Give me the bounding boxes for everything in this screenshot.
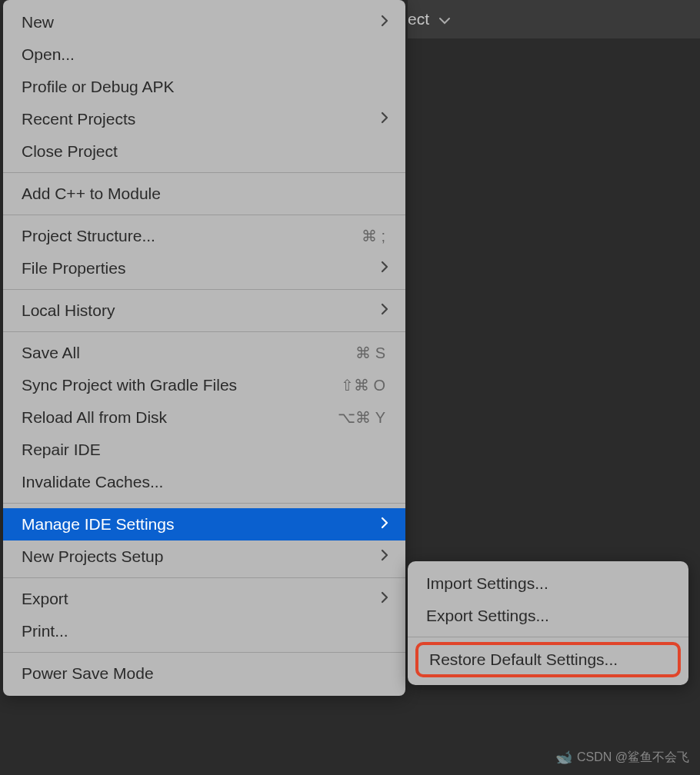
menu-item-local-history[interactable]: Local History <box>3 294 405 327</box>
menu-item-file-properties[interactable]: File Properties <box>3 252 405 284</box>
menu-separator <box>3 172 405 173</box>
menu-item-label: Export <box>22 590 378 608</box>
watermark-text: CSDN @鲨鱼不会飞 <box>577 750 689 766</box>
chevron-right-icon <box>378 15 388 31</box>
menu-item-sync-project-with-gradle-files[interactable]: Sync Project with Gradle Files⇧⌘ O <box>3 369 405 401</box>
menu-item-new-projects-setup[interactable]: New Projects Setup <box>3 541 405 573</box>
file-menu[interactable]: NewOpen...Profile or Debug APKRecent Pro… <box>3 0 405 696</box>
menu-item-recent-projects[interactable]: Recent Projects <box>3 103 405 135</box>
menu-separator <box>3 652 405 653</box>
menu-item-label: Recent Projects <box>22 110 378 128</box>
chevron-right-icon <box>378 303 388 319</box>
menu-item-label: Print... <box>22 622 388 640</box>
background-text: ect <box>408 10 429 28</box>
menu-item-label: Profile or Debug APK <box>22 78 388 96</box>
menu-item-export[interactable]: Export <box>3 583 405 615</box>
submenu-item-label: Import Settings... <box>426 574 548 592</box>
menu-item-label: File Properties <box>22 259 378 278</box>
menu-item-reload-all-from-disk[interactable]: Reload All from Disk⌥⌘ Y <box>3 401 405 434</box>
menu-item-label: Repair IDE <box>22 441 388 459</box>
menu-item-repair-ide[interactable]: Repair IDE <box>3 434 405 466</box>
submenu-item-label: Export Settings... <box>426 607 549 624</box>
submenu-item-export-settings[interactable]: Export Settings... <box>408 600 688 632</box>
menu-item-label: Sync Project with Gradle Files <box>22 376 341 394</box>
menu-separator <box>3 215 405 215</box>
menu-item-manage-ide-settings[interactable]: Manage IDE Settings <box>3 508 405 541</box>
menu-item-add-c-to-module[interactable]: Add C++ to Module <box>3 178 405 210</box>
menu-item-label: Project Structure... <box>22 227 362 245</box>
menu-item-label: New <box>22 13 378 32</box>
watermark: 🐋 CSDN @鲨鱼不会飞 <box>555 749 689 766</box>
whale-icon: 🐋 <box>555 749 572 766</box>
submenu-separator <box>408 637 688 637</box>
menu-item-print[interactable]: Print... <box>3 615 405 647</box>
menu-item-new[interactable]: New <box>3 6 405 38</box>
menu-item-label: Save All <box>22 344 355 362</box>
menu-item-save-all[interactable]: Save All⌘ S <box>3 337 405 369</box>
menu-item-label: Add C++ to Module <box>22 185 388 203</box>
menu-item-label: Power Save Mode <box>22 664 388 683</box>
menu-item-label: Close Project <box>22 142 388 161</box>
submenu-item-label: Restore Default Settings... <box>429 650 618 668</box>
chevron-right-icon <box>378 591 388 607</box>
menu-separator <box>3 503 405 504</box>
menu-item-shortcut: ⌘ ; <box>362 227 385 245</box>
submenu-item-import-settings[interactable]: Import Settings... <box>408 567 688 600</box>
chevron-right-icon <box>378 261 388 277</box>
menu-item-close-project[interactable]: Close Project <box>3 135 405 168</box>
menu-separator <box>3 577 405 578</box>
menu-item-shortcut: ⇧⌘ O <box>341 376 385 394</box>
menu-separator <box>3 289 405 290</box>
menu-item-shortcut: ⌥⌘ Y <box>338 408 385 427</box>
menu-item-label: Manage IDE Settings <box>22 515 378 534</box>
submenu-item-restore-default-settings[interactable]: Restore Default Settings... <box>415 642 681 677</box>
menu-item-label: Reload All from Disk <box>22 408 338 427</box>
menu-item-project-structure[interactable]: Project Structure...⌘ ; <box>3 220 405 252</box>
background-toolbar: ect <box>408 0 700 38</box>
chevron-right-icon <box>378 549 388 565</box>
chevron-down-icon <box>438 10 451 28</box>
menu-item-profile-or-debug-apk[interactable]: Profile or Debug APK <box>3 71 405 103</box>
menu-item-label: Local History <box>22 301 378 320</box>
menu-item-label: New Projects Setup <box>22 547 378 566</box>
menu-item-open[interactable]: Open... <box>3 38 405 71</box>
menu-item-invalidate-caches[interactable]: Invalidate Caches... <box>3 466 405 498</box>
menu-item-label: Invalidate Caches... <box>22 473 388 491</box>
chevron-right-icon <box>378 111 388 128</box>
chevron-right-icon <box>378 517 388 533</box>
manage-ide-settings-submenu[interactable]: Import Settings...Export Settings...Rest… <box>408 561 688 685</box>
menu-item-shortcut: ⌘ S <box>355 344 385 362</box>
menu-separator <box>3 331 405 332</box>
menu-item-label: Open... <box>22 45 388 64</box>
menu-item-power-save-mode[interactable]: Power Save Mode <box>3 657 405 690</box>
